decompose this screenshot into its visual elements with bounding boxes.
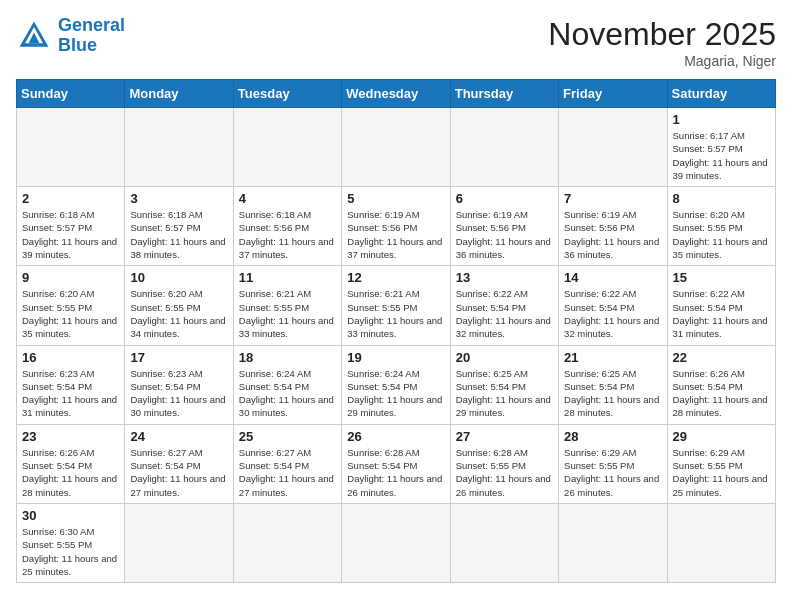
calendar-cell (342, 503, 450, 582)
day-number: 28 (564, 429, 661, 444)
cell-sun-info: Sunrise: 6:23 AM Sunset: 5:54 PM Dayligh… (22, 367, 119, 420)
calendar-cell (125, 108, 233, 187)
day-number: 3 (130, 191, 227, 206)
cell-sun-info: Sunrise: 6:19 AM Sunset: 5:56 PM Dayligh… (456, 208, 553, 261)
cell-sun-info: Sunrise: 6:18 AM Sunset: 5:57 PM Dayligh… (22, 208, 119, 261)
calendar-cell: 11Sunrise: 6:21 AM Sunset: 5:55 PM Dayli… (233, 266, 341, 345)
day-number: 15 (673, 270, 770, 285)
cell-sun-info: Sunrise: 6:25 AM Sunset: 5:54 PM Dayligh… (456, 367, 553, 420)
calendar-cell: 30Sunrise: 6:30 AM Sunset: 5:55 PM Dayli… (17, 503, 125, 582)
calendar-cell: 20Sunrise: 6:25 AM Sunset: 5:54 PM Dayli… (450, 345, 558, 424)
day-number: 23 (22, 429, 119, 444)
calendar-cell: 16Sunrise: 6:23 AM Sunset: 5:54 PM Dayli… (17, 345, 125, 424)
day-number: 5 (347, 191, 444, 206)
cell-sun-info: Sunrise: 6:25 AM Sunset: 5:54 PM Dayligh… (564, 367, 661, 420)
cell-sun-info: Sunrise: 6:28 AM Sunset: 5:54 PM Dayligh… (347, 446, 444, 499)
day-number: 16 (22, 350, 119, 365)
location: Magaria, Niger (548, 53, 776, 69)
calendar-header-tuesday: Tuesday (233, 80, 341, 108)
day-number: 10 (130, 270, 227, 285)
calendar-week-row: 2Sunrise: 6:18 AM Sunset: 5:57 PM Daylig… (17, 187, 776, 266)
calendar-header-wednesday: Wednesday (342, 80, 450, 108)
cell-sun-info: Sunrise: 6:29 AM Sunset: 5:55 PM Dayligh… (673, 446, 770, 499)
cell-sun-info: Sunrise: 6:17 AM Sunset: 5:57 PM Dayligh… (673, 129, 770, 182)
cell-sun-info: Sunrise: 6:18 AM Sunset: 5:57 PM Dayligh… (130, 208, 227, 261)
calendar-header-row: SundayMondayTuesdayWednesdayThursdayFrid… (17, 80, 776, 108)
calendar-cell: 25Sunrise: 6:27 AM Sunset: 5:54 PM Dayli… (233, 424, 341, 503)
calendar-cell: 23Sunrise: 6:26 AM Sunset: 5:54 PM Dayli… (17, 424, 125, 503)
cell-sun-info: Sunrise: 6:27 AM Sunset: 5:54 PM Dayligh… (130, 446, 227, 499)
calendar-cell: 13Sunrise: 6:22 AM Sunset: 5:54 PM Dayli… (450, 266, 558, 345)
calendar-cell: 24Sunrise: 6:27 AM Sunset: 5:54 PM Dayli… (125, 424, 233, 503)
day-number: 24 (130, 429, 227, 444)
cell-sun-info: Sunrise: 6:28 AM Sunset: 5:55 PM Dayligh… (456, 446, 553, 499)
day-number: 9 (22, 270, 119, 285)
title-block: November 2025 Magaria, Niger (548, 16, 776, 69)
calendar-week-row: 1Sunrise: 6:17 AM Sunset: 5:57 PM Daylig… (17, 108, 776, 187)
logo-blue: Blue (58, 35, 97, 55)
cell-sun-info: Sunrise: 6:30 AM Sunset: 5:55 PM Dayligh… (22, 525, 119, 578)
calendar-cell (233, 108, 341, 187)
cell-sun-info: Sunrise: 6:22 AM Sunset: 5:54 PM Dayligh… (456, 287, 553, 340)
cell-sun-info: Sunrise: 6:22 AM Sunset: 5:54 PM Dayligh… (673, 287, 770, 340)
day-number: 11 (239, 270, 336, 285)
day-number: 30 (22, 508, 119, 523)
day-number: 25 (239, 429, 336, 444)
cell-sun-info: Sunrise: 6:24 AM Sunset: 5:54 PM Dayligh… (347, 367, 444, 420)
calendar-cell: 12Sunrise: 6:21 AM Sunset: 5:55 PM Dayli… (342, 266, 450, 345)
day-number: 29 (673, 429, 770, 444)
day-number: 6 (456, 191, 553, 206)
calendar-cell: 4Sunrise: 6:18 AM Sunset: 5:56 PM Daylig… (233, 187, 341, 266)
calendar-cell: 2Sunrise: 6:18 AM Sunset: 5:57 PM Daylig… (17, 187, 125, 266)
day-number: 8 (673, 191, 770, 206)
cell-sun-info: Sunrise: 6:20 AM Sunset: 5:55 PM Dayligh… (673, 208, 770, 261)
calendar-header-sunday: Sunday (17, 80, 125, 108)
calendar-cell (667, 503, 775, 582)
calendar-cell: 28Sunrise: 6:29 AM Sunset: 5:55 PM Dayli… (559, 424, 667, 503)
calendar-cell (450, 108, 558, 187)
cell-sun-info: Sunrise: 6:26 AM Sunset: 5:54 PM Dayligh… (673, 367, 770, 420)
day-number: 19 (347, 350, 444, 365)
page-header: General Blue November 2025 Magaria, Nige… (16, 16, 776, 69)
calendar-cell: 1Sunrise: 6:17 AM Sunset: 5:57 PM Daylig… (667, 108, 775, 187)
calendar-table: SundayMondayTuesdayWednesdayThursdayFrid… (16, 79, 776, 583)
day-number: 12 (347, 270, 444, 285)
cell-sun-info: Sunrise: 6:19 AM Sunset: 5:56 PM Dayligh… (564, 208, 661, 261)
calendar-week-row: 9Sunrise: 6:20 AM Sunset: 5:55 PM Daylig… (17, 266, 776, 345)
cell-sun-info: Sunrise: 6:23 AM Sunset: 5:54 PM Dayligh… (130, 367, 227, 420)
calendar-cell: 26Sunrise: 6:28 AM Sunset: 5:54 PM Dayli… (342, 424, 450, 503)
calendar-cell (342, 108, 450, 187)
calendar-cell (559, 108, 667, 187)
day-number: 7 (564, 191, 661, 206)
day-number: 13 (456, 270, 553, 285)
day-number: 26 (347, 429, 444, 444)
day-number: 1 (673, 112, 770, 127)
calendar-cell: 9Sunrise: 6:20 AM Sunset: 5:55 PM Daylig… (17, 266, 125, 345)
cell-sun-info: Sunrise: 6:19 AM Sunset: 5:56 PM Dayligh… (347, 208, 444, 261)
calendar-header-saturday: Saturday (667, 80, 775, 108)
calendar-cell: 27Sunrise: 6:28 AM Sunset: 5:55 PM Dayli… (450, 424, 558, 503)
cell-sun-info: Sunrise: 6:26 AM Sunset: 5:54 PM Dayligh… (22, 446, 119, 499)
calendar-cell: 6Sunrise: 6:19 AM Sunset: 5:56 PM Daylig… (450, 187, 558, 266)
calendar-header-friday: Friday (559, 80, 667, 108)
calendar-cell: 21Sunrise: 6:25 AM Sunset: 5:54 PM Dayli… (559, 345, 667, 424)
cell-sun-info: Sunrise: 6:22 AM Sunset: 5:54 PM Dayligh… (564, 287, 661, 340)
calendar-cell (125, 503, 233, 582)
day-number: 20 (456, 350, 553, 365)
logo-text: General Blue (58, 16, 125, 56)
day-number: 4 (239, 191, 336, 206)
calendar-cell: 22Sunrise: 6:26 AM Sunset: 5:54 PM Dayli… (667, 345, 775, 424)
calendar-cell: 15Sunrise: 6:22 AM Sunset: 5:54 PM Dayli… (667, 266, 775, 345)
calendar-header-monday: Monday (125, 80, 233, 108)
calendar-week-row: 23Sunrise: 6:26 AM Sunset: 5:54 PM Dayli… (17, 424, 776, 503)
logo: General Blue (16, 16, 125, 56)
month-title: November 2025 (548, 16, 776, 53)
calendar-cell: 18Sunrise: 6:24 AM Sunset: 5:54 PM Dayli… (233, 345, 341, 424)
logo-general: General (58, 15, 125, 35)
cell-sun-info: Sunrise: 6:21 AM Sunset: 5:55 PM Dayligh… (239, 287, 336, 340)
cell-sun-info: Sunrise: 6:24 AM Sunset: 5:54 PM Dayligh… (239, 367, 336, 420)
cell-sun-info: Sunrise: 6:27 AM Sunset: 5:54 PM Dayligh… (239, 446, 336, 499)
calendar-cell (233, 503, 341, 582)
calendar-cell: 17Sunrise: 6:23 AM Sunset: 5:54 PM Dayli… (125, 345, 233, 424)
day-number: 22 (673, 350, 770, 365)
